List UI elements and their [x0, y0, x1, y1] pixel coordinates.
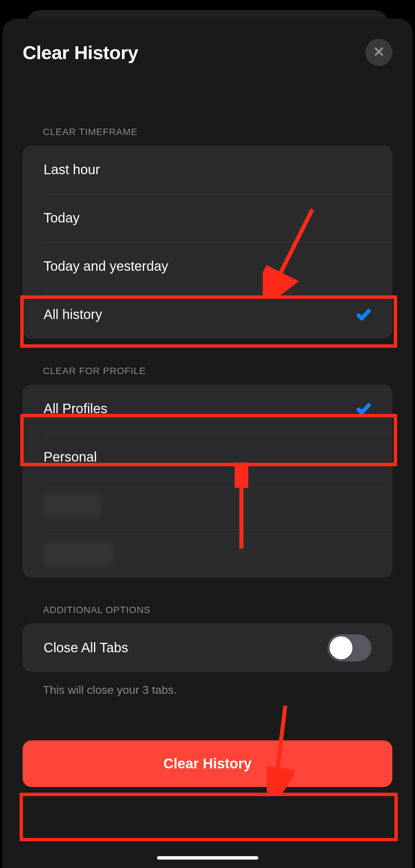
section-label-timeframe: Clear Timeframe — [2, 127, 413, 146]
option-label: Close All Tabs — [44, 640, 128, 655]
close-button[interactable] — [365, 39, 392, 66]
option-today-yesterday[interactable]: Today and yesterday — [23, 242, 392, 290]
option-label: All history — [44, 307, 102, 322]
redacted-label — [44, 542, 114, 565]
close-icon — [373, 46, 385, 59]
option-all-profiles[interactable]: All Profiles — [23, 385, 392, 433]
option-redacted-profile-1[interactable] — [23, 481, 392, 529]
option-today[interactable]: Today — [23, 194, 392, 242]
timeframe-options-card: Last hour Today Today and yesterday All … — [23, 146, 392, 339]
redacted-label — [44, 494, 101, 517]
option-label: Today and yesterday — [44, 259, 168, 274]
section-label-profile: Clear for Profile — [2, 366, 413, 385]
option-last-hour[interactable]: Last hour — [23, 146, 392, 194]
sheet-title: Clear History — [23, 42, 138, 63]
option-label: Last hour — [44, 162, 100, 177]
clear-history-button-label: Clear History — [163, 756, 252, 772]
clear-history-button[interactable]: Clear History — [23, 740, 392, 787]
option-personal[interactable]: Personal — [23, 433, 392, 481]
sheet-header: Clear History — [2, 39, 413, 86]
clear-history-sheet: Clear History Clear Timeframe Last hour … — [2, 19, 413, 868]
option-label: Today — [44, 210, 80, 226]
checkmark-icon — [356, 401, 371, 417]
close-all-tabs-toggle[interactable] — [328, 634, 371, 661]
profile-options-card: All Profiles Personal — [23, 385, 392, 578]
option-all-history[interactable]: All history — [23, 290, 392, 339]
home-indicator — [157, 856, 258, 860]
checkmark-icon — [356, 307, 371, 322]
option-close-all-tabs: Close All Tabs — [23, 624, 392, 672]
additional-options-footer: This will close your 3 tabs. — [2, 672, 413, 696]
additional-options-card: Close All Tabs — [23, 624, 392, 672]
option-redacted-profile-2[interactable] — [23, 529, 392, 578]
toggle-knob — [330, 636, 353, 659]
option-label: Personal — [44, 449, 97, 465]
option-label: All Profiles — [44, 401, 107, 416]
section-label-additional: Additional Options — [2, 605, 413, 624]
